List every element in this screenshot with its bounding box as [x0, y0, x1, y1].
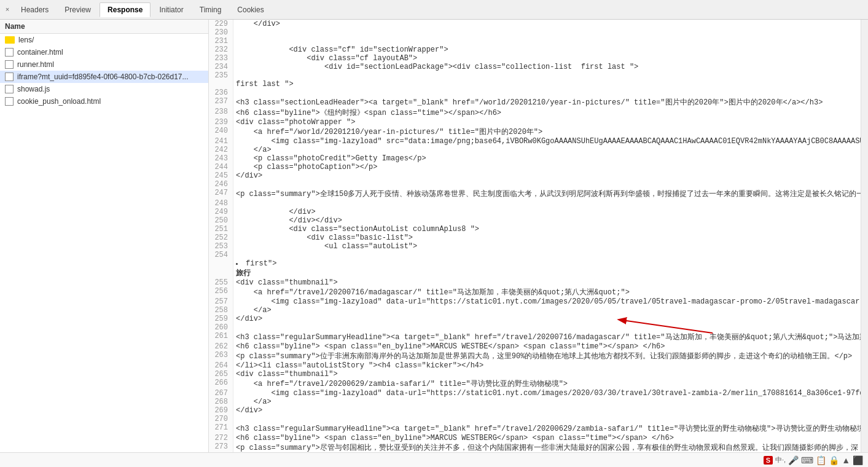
mic-icon[interactable]: 🎤 [788, 455, 799, 465]
line-number: 262 [209, 342, 233, 351]
tab-close-button[interactable]: × [2, 5, 12, 15]
tab-cookies[interactable]: Cookies [230, 3, 271, 17]
line-content: <p class="summary">位于非洲东南部海岸外的马达加斯加是世界第四… [233, 351, 861, 361]
file-label: iframe?mt_uuid=fd895fe4-0f06-4800-b7cb-0… [17, 73, 189, 81]
line-content: <div class="thumbnail"> [233, 278, 861, 287]
sidebar-item-cookie[interactable]: cookie_push_onload.html [0, 95, 208, 108]
code-content[interactable]: 229 </div>230231232 <div class="cf" id="… [209, 20, 861, 452]
line-content: </div> [233, 208, 861, 216]
line-number: 257 [209, 297, 233, 306]
code-line: 264</li><li class="autoListStory "><h4 c… [209, 361, 861, 370]
sidebar-item-showad[interactable]: showad.js [0, 83, 208, 95]
line-number: 233 [209, 54, 233, 63]
line-number: 243 [209, 154, 233, 163]
line-number: 260 [209, 323, 233, 332]
code-line: 244 <p class="photoCaption"></p> [209, 163, 861, 171]
line-content: </div> [233, 171, 861, 180]
line-content: <h3 class="regularSummaryHeadline"><a ta… [233, 332, 861, 342]
line-number: 235 [209, 71, 233, 88]
input-method-indicator[interactable]: S [764, 456, 773, 465]
sidebar-item-iframe[interactable]: iframe?mt_uuid=fd895fe4-0f06-4800-b7cb-0… [0, 71, 208, 83]
line-content: <ul class="autoList"> [233, 242, 861, 251]
code-line: 250 </div></div> [209, 216, 861, 225]
sidebar-item-container[interactable]: container.html [0, 46, 208, 58]
code-line: 256 <a href="/travel/20200716/madagascar… [209, 287, 861, 297]
code-line: 231 [209, 37, 861, 45]
line-content [233, 415, 861, 423]
line-content: </div> [233, 20, 861, 28]
code-line: 260 [209, 323, 861, 332]
line-content [233, 323, 861, 332]
file-label: showad.js [17, 85, 50, 93]
line-number: 258 [209, 306, 233, 315]
file-label: cookie_push_onload.html [17, 97, 101, 106]
arrow-up-icon[interactable]: ▲ [842, 455, 850, 465]
code-line: 240 <a href="/world/20201210/year-in-pic… [209, 127, 861, 137]
code-line: 266 <a href="/travel/20200629/zambia-saf… [209, 379, 861, 389]
line-content: </a> [233, 306, 861, 315]
line-content: </a> [233, 146, 861, 154]
file-icon [5, 85, 14, 93]
code-line: 234 <div id="sectionLeadPackage"><div cl… [209, 63, 861, 71]
line-content: </div></div> [233, 216, 861, 225]
tab-preview[interactable]: Preview [57, 3, 98, 17]
tab-bar: × Headers Preview Response Initiator Tim… [0, 0, 868, 20]
tab-response[interactable]: Response [100, 2, 151, 17]
line-content: <div class="basic-list"> [233, 234, 861, 242]
tab-initiator[interactable]: Initiator [152, 3, 190, 17]
line-content: <p class="summary">尽管与邻国相比，赞比亚受到的关注并不多，但… [233, 442, 861, 452]
tab-timing[interactable]: Timing [192, 3, 229, 17]
clipboard-icon[interactable]: 📋 [816, 455, 826, 465]
line-number: 242 [209, 146, 233, 154]
file-icon [5, 60, 14, 69]
line-number: 246 [209, 180, 233, 189]
line-number: 229 [209, 20, 233, 28]
code-line: 252 <div class="basic-list"> [209, 234, 861, 242]
code-line: 229 </div> [209, 20, 861, 28]
line-number: 266 [209, 379, 233, 389]
code-panel: 229 </div>230231232 <div class="cf" id="… [209, 20, 868, 452]
line-content: first">旅行 [233, 251, 861, 278]
keyboard-icon[interactable]: ⌨ [801, 455, 813, 465]
line-number: 231 [209, 37, 233, 45]
line-content [233, 180, 861, 189]
code-line: 230 [209, 28, 861, 37]
line-number: 236 [209, 88, 233, 97]
line-content: <p class="summary">全球150多万人死于疫情、种族动荡席卷世界… [233, 189, 861, 199]
line-content: <a href="/travel/20200716/madagascar/" t… [233, 287, 861, 297]
file-label: runner.html [17, 60, 54, 69]
tab-headers[interactable]: Headers [14, 3, 56, 17]
code-line: 241 <img class="img-lazyload" src="data:… [209, 137, 861, 146]
line-number: 234 [209, 63, 233, 71]
code-line: 248 [209, 199, 861, 208]
sidebar-header: Name [0, 20, 208, 34]
file-icon [5, 97, 14, 106]
line-number: 250 [209, 216, 233, 225]
code-line: 271<h3 class="regularSummaryHeadline"><a… [209, 423, 861, 434]
scrollbar-right[interactable] [861, 20, 868, 452]
code-line: 272<h6 class="byline"> <span class="en_b… [209, 434, 861, 442]
code-line: 232 <div class="cf" id="sectionWrapper"> [209, 45, 861, 54]
line-content: </div> [233, 406, 861, 415]
lock-icon: 🔒 [829, 455, 839, 465]
code-line: 243 <p class="photoCredit">Getty Images<… [209, 154, 861, 163]
line-number: 269 [209, 406, 233, 415]
sidebar-item-lens[interactable]: lens/ [0, 34, 208, 46]
line-number: 270 [209, 415, 233, 423]
code-line: 259</div> [209, 315, 861, 323]
line-content: <div id="sectionLeadPackage"><div class=… [233, 63, 861, 71]
line-number: 249 [209, 208, 233, 216]
folder-label: lens/ [18, 36, 34, 44]
code-line: 269</div> [209, 406, 861, 415]
line-number: 237 [209, 97, 233, 108]
square-icon[interactable]: ⬛ [853, 455, 863, 465]
line-number: 241 [209, 137, 233, 146]
line-number: 267 [209, 389, 233, 398]
file-icon [5, 73, 14, 81]
line-number: 268 [209, 398, 233, 406]
line-number: 253 [209, 242, 233, 251]
file-label: container.html [17, 48, 63, 57]
line-number: 256 [209, 287, 233, 297]
sidebar-item-runner[interactable]: runner.html [0, 58, 208, 71]
status-bar: S 中·, 🎤 ⌨ 📋 🔒 ▲ ⬛ [0, 452, 868, 467]
